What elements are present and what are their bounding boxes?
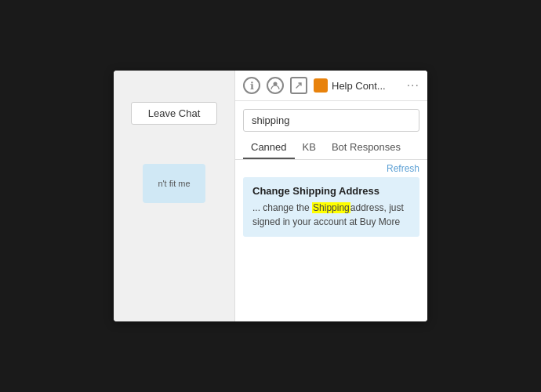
result-highlight: Shipping	[312, 202, 350, 213]
chat-bubble: n't fit me	[143, 164, 205, 203]
help-cont-label: Help Cont...	[332, 80, 386, 92]
search-input[interactable]	[243, 109, 419, 132]
leave-chat-button[interactable]: Leave Chat	[131, 102, 217, 125]
right-panel: ℹ Help Cont... ··· Ca	[235, 71, 427, 321]
result-card[interactable]: Change Shipping Address ... change the S…	[243, 177, 419, 237]
more-options-button[interactable]: ···	[407, 78, 419, 93]
help-cont-badge[interactable]: Help Cont...	[314, 78, 401, 93]
tab-kb[interactable]: KB	[295, 136, 324, 159]
info-icon[interactable]: ℹ	[243, 77, 260, 94]
refresh-row: Refresh	[235, 160, 427, 177]
person-icon[interactable]	[267, 77, 284, 94]
left-panel: Leave Chat n't fit me	[114, 71, 235, 321]
result-title: Change Shipping Address	[252, 185, 410, 197]
result-body-before: ... change the	[252, 202, 312, 213]
tab-bot-responses[interactable]: Bot Responses	[324, 136, 408, 159]
search-area	[235, 101, 427, 136]
refresh-link[interactable]: Refresh	[387, 163, 419, 174]
tab-canned[interactable]: Canned	[243, 136, 295, 159]
result-body: ... change the Shippingaddress, just sig…	[252, 201, 410, 229]
header: ℹ Help Cont... ···	[235, 71, 427, 101]
external-link-icon[interactable]	[290, 77, 307, 94]
tabs: Canned KB Bot Responses	[235, 136, 427, 160]
orange-badge	[314, 78, 328, 93]
main-container: Leave Chat n't fit me ℹ Help Cont...	[114, 71, 427, 321]
